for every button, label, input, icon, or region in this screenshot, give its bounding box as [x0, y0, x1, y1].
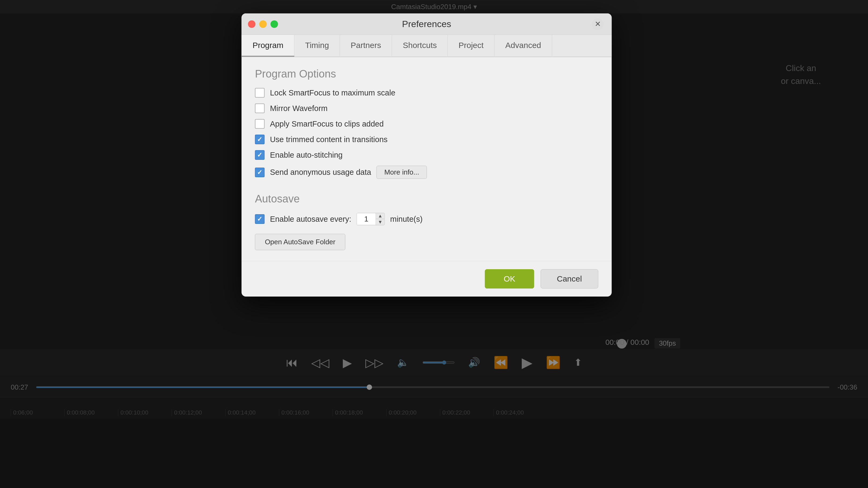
minimize-traffic-light[interactable]: [259, 21, 267, 28]
section-program-options: Program Options: [255, 68, 598, 80]
label-apply-smartfocus: Apply SmartFocus to clips added: [270, 120, 383, 128]
spinner-down-button[interactable]: ▼: [376, 219, 384, 225]
tab-partners[interactable]: Partners: [340, 35, 392, 57]
checkbox-mirror-waveform[interactable]: [255, 103, 265, 113]
dialog-tabs: Program Timing Partners Shortcuts Projec…: [241, 35, 612, 57]
tab-timing[interactable]: Timing: [294, 35, 340, 57]
checkbox-enable-autostitching[interactable]: [255, 150, 265, 160]
option-apply-smartfocus: Apply SmartFocus to clips added: [255, 119, 598, 129]
cancel-button[interactable]: Cancel: [540, 269, 598, 289]
tab-project[interactable]: Project: [448, 35, 494, 57]
dialog-titlebar: Preferences ✕: [241, 13, 612, 35]
ok-button[interactable]: OK: [485, 269, 534, 289]
option-enable-autosave: Enable autosave every: ▲ ▼ minute(s): [255, 213, 598, 225]
option-lock-smartfocus: Lock SmartFocus to maximum scale: [255, 88, 598, 98]
label-lock-smartfocus: Lock SmartFocus to maximum scale: [270, 89, 395, 97]
autosave-number-input-wrap: ▲ ▼: [356, 213, 385, 225]
label-mirror-waveform: Mirror Waveform: [270, 104, 328, 113]
dialog-close-button[interactable]: ✕: [592, 18, 603, 30]
autosave-number-input[interactable]: [357, 213, 375, 225]
section-autosave: Autosave: [255, 193, 598, 205]
dialog-content: Program Options Lock SmartFocus to maxim…: [241, 57, 612, 261]
option-enable-autostitching: Enable auto-stitching: [255, 150, 598, 160]
option-mirror-waveform: Mirror Waveform: [255, 103, 598, 113]
checkbox-send-usage[interactable]: [255, 168, 265, 177]
checkbox-enable-autosave[interactable]: [255, 214, 265, 224]
checkbox-apply-smartfocus[interactable]: [255, 119, 265, 129]
label-enable-autosave: Enable autosave every:: [270, 215, 351, 224]
checkbox-use-trimmed[interactable]: [255, 135, 265, 144]
tab-program[interactable]: Program: [241, 35, 294, 57]
label-enable-autostitching: Enable auto-stitching: [270, 151, 343, 160]
option-send-usage: Send anonymous usage data More info...: [255, 166, 598, 179]
open-autosave-button[interactable]: Open AutoSave Folder: [255, 234, 345, 250]
close-traffic-light[interactable]: [248, 21, 255, 28]
autosave-spinners: ▲ ▼: [375, 213, 384, 225]
checkbox-lock-smartfocus[interactable]: [255, 88, 265, 98]
dialog-title: Preferences: [402, 19, 451, 29]
label-send-usage: Send anonymous usage data: [270, 168, 371, 177]
open-autosave-row: Open AutoSave Folder: [255, 231, 598, 250]
dialog-footer: OK Cancel: [241, 261, 612, 297]
more-info-button[interactable]: More info...: [377, 166, 427, 179]
maximize-traffic-light[interactable]: [270, 21, 278, 28]
tab-advanced[interactable]: Advanced: [495, 35, 552, 57]
option-use-trimmed: Use trimmed content in transitions: [255, 135, 598, 144]
preferences-dialog: Preferences ✕ Program Timing Partners Sh…: [241, 13, 612, 297]
spinner-up-button[interactable]: ▲: [376, 213, 384, 219]
autosave-unit-label: minute(s): [390, 215, 423, 224]
section-separator: [255, 185, 598, 193]
traffic-lights: [248, 21, 278, 28]
tab-shortcuts[interactable]: Shortcuts: [392, 35, 448, 57]
label-use-trimmed: Use trimmed content in transitions: [270, 135, 387, 144]
